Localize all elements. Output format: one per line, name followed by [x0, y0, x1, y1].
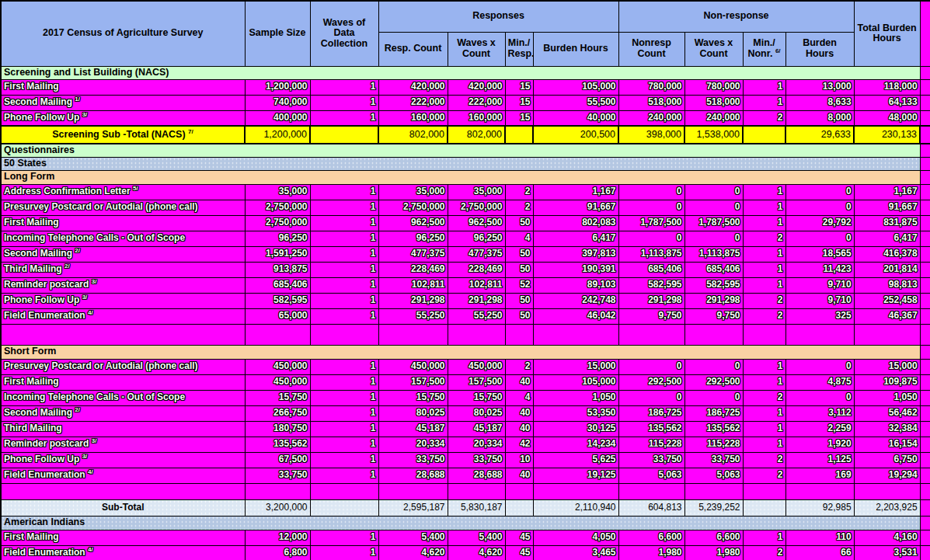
- cell: [785, 324, 854, 345]
- cell: 1: [310, 359, 378, 374]
- cell: 115,228: [684, 437, 743, 452]
- table-row: Incoming Telephone Calls - Out of Scope1…: [1, 390, 930, 405]
- cutoff-column-cell: [920, 374, 930, 390]
- row-label-text: First Mailing: [4, 217, 59, 228]
- cell: 1: [743, 421, 785, 437]
- cell: 91,667: [533, 200, 618, 215]
- cell: 1: [743, 374, 785, 390]
- cell: 228,469: [448, 262, 505, 277]
- cell: 1: [310, 95, 378, 110]
- cell: 200,500: [533, 126, 618, 144]
- table-row: First Mailing12,00015,4005,400454,0506,6…: [1, 530, 930, 545]
- cell: 35,000: [245, 184, 310, 200]
- cell: [785, 483, 854, 499]
- cell: 80,025: [448, 405, 505, 421]
- cell: 582,595: [684, 277, 743, 293]
- cell: 1,920: [785, 437, 854, 452]
- cell: 15: [505, 79, 533, 95]
- cell: 1: [743, 530, 785, 545]
- cell: 1: [743, 359, 785, 374]
- cell: 0: [618, 359, 684, 374]
- cell: 1,050: [854, 390, 920, 405]
- cell: 65,000: [245, 308, 310, 324]
- cell: 110: [785, 530, 854, 545]
- row-label-text: Reminder postcard: [4, 279, 89, 290]
- section-label: 50 States: [1, 157, 920, 170]
- cell: 780,000: [684, 79, 743, 95]
- cell: 477,375: [378, 246, 448, 262]
- cell: 582,595: [618, 277, 684, 293]
- cell: 2: [743, 452, 785, 468]
- cell: 33,750: [448, 452, 505, 468]
- row-label-text: Third Mailing: [4, 263, 62, 274]
- cell: 45,187: [378, 421, 448, 437]
- cell: 1: [310, 293, 378, 308]
- cell: 40: [505, 421, 533, 437]
- cell: 92,985: [785, 499, 854, 516]
- col-header-sample-size: Sample Size: [245, 1, 310, 66]
- row-label-text: Reminder postcard: [4, 438, 89, 449]
- row-label: First Mailing: [1, 215, 245, 231]
- row-label-text: Sub-Total: [102, 502, 144, 513]
- col-header-min-nonr: Min./ Nonr. 6/: [743, 32, 785, 66]
- cell: 105,000: [533, 79, 618, 95]
- cell: 420,000: [448, 79, 505, 95]
- cell: 20,334: [378, 437, 448, 452]
- cell: 186,725: [684, 405, 743, 421]
- cell: 46,367: [854, 308, 920, 324]
- cell: 3,200,000: [245, 499, 310, 516]
- table-row: First Mailing2,750,0001962,500962,500508…: [1, 215, 930, 231]
- cell: 252,458: [854, 293, 920, 308]
- cutoff-column-cell: [920, 452, 930, 468]
- cutoff-column-cell: [920, 421, 930, 437]
- cell: 11,423: [785, 262, 854, 277]
- cell: [378, 324, 448, 345]
- cell: 109,875: [854, 374, 920, 390]
- cell: 32,384: [854, 421, 920, 437]
- cell: 0: [684, 390, 743, 405]
- row-label-text: Address Confirmation Letter: [4, 186, 131, 197]
- cell: 291,298: [448, 293, 505, 308]
- cell: 0: [684, 359, 743, 374]
- cell: 0: [684, 184, 743, 200]
- cell: 450,000: [245, 374, 310, 390]
- cell: 1,113,875: [684, 246, 743, 262]
- cell: [505, 499, 533, 516]
- cell: 450,000: [448, 359, 505, 374]
- row-label: First Mailing: [1, 530, 245, 545]
- cell: 685,406: [245, 277, 310, 293]
- table-row: Phone Follow Up 3/67,500133,75033,750105…: [1, 452, 930, 468]
- cell: [743, 483, 785, 499]
- table-row: Presurvey Postcard or Autodial (phone ca…: [1, 359, 930, 374]
- cell: 20,334: [448, 437, 505, 452]
- cell: 50: [505, 215, 533, 231]
- cell: 0: [618, 184, 684, 200]
- cell: 40: [505, 468, 533, 483]
- cell: 1: [310, 405, 378, 421]
- row-label-text: Third Mailing: [4, 423, 62, 433]
- cell: 96,250: [378, 231, 448, 246]
- cell: [378, 483, 448, 499]
- row-label-text: Field Enumeration: [4, 469, 85, 480]
- cell: 67,500: [245, 452, 310, 468]
- cutoff-column-cell: [920, 468, 930, 483]
- cell: 2,750,000: [245, 200, 310, 215]
- cell: 2,259: [785, 421, 854, 437]
- cell: 52: [505, 277, 533, 293]
- cell: 1,167: [533, 184, 618, 200]
- cutoff-column-cell: [920, 499, 930, 516]
- cell: 1: [310, 215, 378, 231]
- cutoff-column-cell: [920, 95, 930, 110]
- cell: 2: [743, 545, 785, 560]
- cell: 42: [505, 437, 533, 452]
- cutoff-column-cell: [920, 359, 930, 374]
- cell: 1: [743, 437, 785, 452]
- cell: 190,391: [533, 262, 618, 277]
- cell: 1: [310, 390, 378, 405]
- col-header-min-resp: Min./ Resp.: [505, 32, 533, 66]
- cell: 102,811: [378, 277, 448, 293]
- row-label: Field Enumeration 4/: [1, 468, 245, 483]
- cell: 1: [743, 405, 785, 421]
- row-label-text: Phone Follow Up: [4, 454, 79, 464]
- cell: 291,298: [378, 293, 448, 308]
